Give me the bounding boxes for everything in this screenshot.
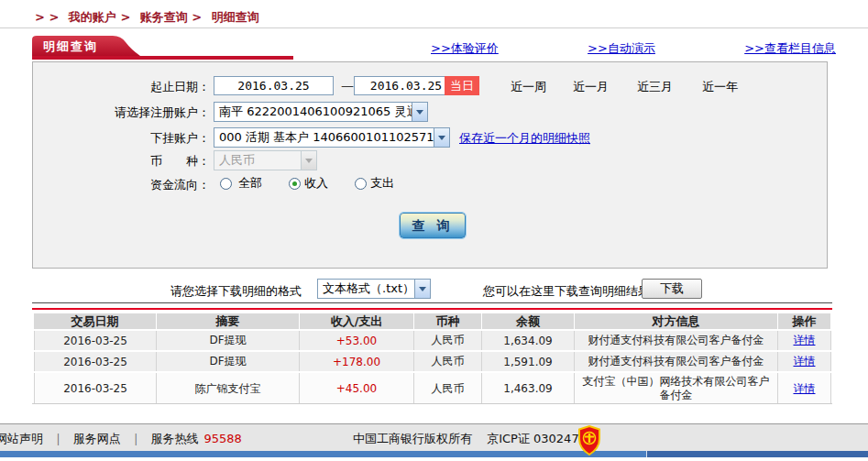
col-header-balance: 余额 bbox=[482, 313, 575, 329]
table-row: 2016-03-25 DF提现 +53.00 人民币 1,634.09 财付通支… bbox=[34, 331, 831, 350]
date-range-label: 起止日期： bbox=[33, 79, 210, 95]
link-experience-review[interactable]: >>体验评价 bbox=[431, 40, 499, 57]
query-button[interactable]: 查 询 bbox=[400, 213, 466, 238]
link-column-info[interactable]: >>查看栏目信息 bbox=[744, 40, 836, 57]
sub-account-value: 000 活期 基本户 1406600101102571848 bbox=[214, 129, 434, 146]
tab-detail-query[interactable]: 明细查询 bbox=[32, 36, 140, 56]
breadcrumb-sep: > bbox=[192, 10, 202, 24]
separator-dark bbox=[32, 302, 832, 303]
breadcrumb-sep: > bbox=[120, 10, 130, 24]
detail-link[interactable]: 详情 bbox=[794, 354, 816, 369]
radio-expense[interactable] bbox=[355, 178, 367, 190]
footer-link-branches[interactable]: 服务网点 bbox=[73, 432, 121, 445]
cell-action: 详情 bbox=[778, 331, 831, 350]
currency-select-disabled: 人民币 bbox=[214, 150, 317, 170]
blue-bar-left bbox=[0, 451, 646, 457]
blue-bar-right bbox=[646, 451, 868, 457]
tab-underline bbox=[32, 56, 293, 60]
cell-action: 详情 bbox=[778, 373, 831, 404]
detail-link[interactable]: 详情 bbox=[794, 381, 816, 397]
breadcrumb-account-query[interactable]: 账务查询 bbox=[140, 10, 188, 24]
date-dash: — bbox=[341, 78, 354, 93]
quick-range-year[interactable]: 近一年 bbox=[702, 79, 738, 95]
currency-value: 人民币 bbox=[214, 152, 301, 169]
dropdown-arrow-icon[interactable] bbox=[414, 280, 430, 298]
copyright-text: 中国工商银行版权所有 bbox=[353, 432, 472, 445]
breadcrumb-prefix: > > bbox=[35, 10, 59, 24]
col-header-summary: 摘要 bbox=[157, 313, 300, 329]
footer-copyright: 中国工商银行版权所有 京ICP证 030247号 bbox=[353, 431, 591, 447]
link-auto-demo[interactable]: >>自动演示 bbox=[588, 40, 655, 57]
cell-date: 2016-03-25 bbox=[34, 373, 157, 404]
footer-hotline-label: 服务热线 bbox=[150, 432, 198, 445]
sub-account-select[interactable]: 000 活期 基本户 1406600101102571848 bbox=[214, 127, 450, 148]
bottom-blue-bar bbox=[0, 451, 868, 457]
quick-range-quarter[interactable]: 近三月 bbox=[637, 79, 673, 95]
quick-range-month[interactable]: 近一月 bbox=[573, 79, 609, 95]
cell-balance: 1,634.09 bbox=[482, 331, 575, 350]
col-header-action: 操作 bbox=[778, 313, 831, 329]
cell-summary: DF提现 bbox=[157, 331, 300, 350]
cell-date: 2016-03-25 bbox=[34, 352, 157, 371]
cell-amount: +53.00 bbox=[300, 331, 414, 350]
download-format-value: 文本格式（.txt） bbox=[318, 280, 414, 297]
quick-range-week[interactable]: 近一周 bbox=[511, 79, 546, 95]
col-header-amount: 收入/支出 bbox=[300, 313, 414, 329]
detail-link[interactable]: 详情 bbox=[794, 333, 816, 348]
footer-link-statement[interactable]: 网站声明 bbox=[0, 432, 43, 445]
cell-summary: 陈广锦支付宝 bbox=[157, 373, 300, 404]
footer-hotline-number: 95588 bbox=[203, 432, 241, 445]
download-button[interactable]: 下载 bbox=[642, 279, 702, 299]
cell-amount: +178.00 bbox=[300, 352, 414, 371]
footer-links: 网站声明｜服务网点｜服务热线95588 bbox=[0, 431, 242, 447]
radio-all-label[interactable]: 全部 bbox=[238, 175, 262, 192]
download-format-select[interactable]: 文本格式（.txt） bbox=[317, 279, 431, 299]
radio-income-checked[interactable] bbox=[289, 178, 301, 190]
register-account-value: 南平 6222001406100921065 灵通卡 bbox=[214, 104, 412, 120]
radio-all[interactable] bbox=[220, 178, 232, 190]
radio-expense-label[interactable]: 支出 bbox=[370, 175, 394, 192]
icp-number: 京ICP证 030247号 bbox=[487, 432, 591, 445]
register-account-select[interactable]: 南平 6222001406100921065 灵通卡 bbox=[214, 102, 428, 122]
col-header-currency: 币种 bbox=[414, 313, 482, 329]
date-from-input[interactable] bbox=[214, 76, 334, 95]
separator-red bbox=[32, 308, 832, 310]
security-badge-icon[interactable] bbox=[577, 425, 601, 456]
cell-amount: +45.00 bbox=[300, 373, 414, 404]
cell-currency: 人民币 bbox=[414, 373, 482, 404]
dropdown-arrow-icon[interactable] bbox=[412, 103, 427, 121]
download-hint: 您可以在这里下载查询明细结果 bbox=[483, 283, 650, 300]
cell-summary: DF提现 bbox=[157, 352, 300, 371]
tab-label: 明细查询 bbox=[43, 38, 98, 55]
footer-separator: ｜ bbox=[130, 432, 142, 445]
currency-label: 币 种： bbox=[33, 153, 210, 170]
col-header-date: 交易日期 bbox=[34, 313, 157, 329]
flow-radio-group: 全部 收入 支出 bbox=[220, 175, 394, 192]
results-table: 交易日期 摘要 收入/支出 币种 余额 对方信息 操作 2016-03-25 D… bbox=[34, 313, 831, 404]
download-format-label: 请您选择下载明细的格式 bbox=[170, 283, 302, 300]
date-to-input[interactable] bbox=[354, 76, 458, 95]
top-divider bbox=[0, 27, 868, 28]
footer: 网站声明｜服务网点｜服务热线95588 中国工商银行版权所有 京ICP证 030… bbox=[0, 423, 868, 451]
header-links: >>体验评价 >>自动演示 >>查看栏目信息 bbox=[431, 40, 836, 57]
cell-currency: 人民币 bbox=[414, 331, 482, 350]
table-row: 2016-03-25 陈广锦支付宝 +45.00 人民币 1,463.09 支付… bbox=[34, 373, 831, 404]
col-header-counterparty: 对方信息 bbox=[575, 313, 778, 329]
table-header-row: 交易日期 摘要 收入/支出 币种 余额 对方信息 操作 bbox=[34, 313, 831, 329]
cell-date: 2016-03-25 bbox=[34, 331, 157, 350]
flow-label: 资金流向： bbox=[33, 177, 210, 193]
footer-separator: ｜ bbox=[52, 432, 64, 445]
breadcrumb-detail-query[interactable]: 明细查询 bbox=[212, 10, 259, 24]
sub-account-label: 下挂账户： bbox=[33, 130, 210, 147]
cell-balance: 1,463.09 bbox=[482, 373, 575, 404]
breadcrumb-my-account[interactable]: 我的账户 bbox=[69, 10, 116, 24]
radio-income-label[interactable]: 收入 bbox=[304, 175, 328, 192]
table-row: 2016-03-25 DF提现 +178.00 人民币 1,591.09 财付通… bbox=[34, 352, 831, 371]
save-snapshot-link[interactable]: 保存近一个月的明细快照 bbox=[459, 130, 590, 147]
table-bottom-line bbox=[32, 403, 832, 404]
breadcrumb: > > 我的账户 > 账务查询 > 明细查询 bbox=[35, 9, 259, 26]
quick-range-today-button[interactable]: 当日 bbox=[445, 76, 479, 95]
dropdown-arrow-icon[interactable] bbox=[434, 128, 449, 147]
cell-counterparty: 支付宝（中国）网络技术有限公司客户备付金 bbox=[575, 373, 778, 404]
register-account-label: 请选择注册账户： bbox=[33, 104, 210, 121]
